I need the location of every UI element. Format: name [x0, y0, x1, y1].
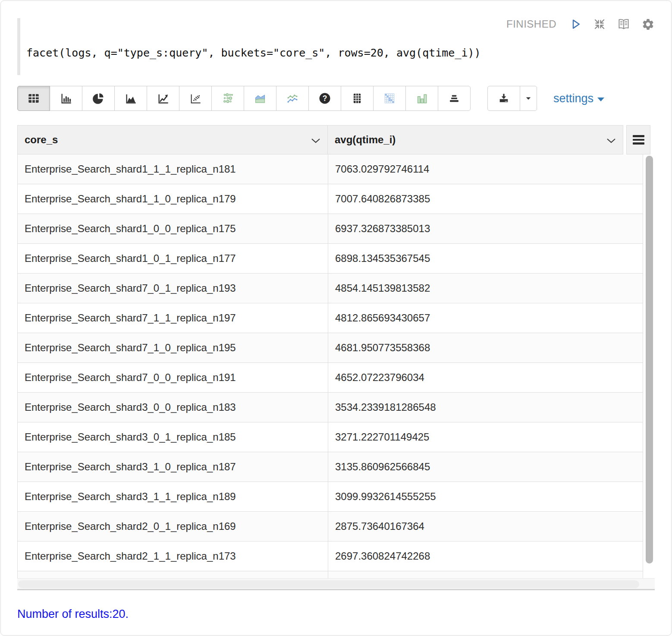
area-chart-icon — [124, 92, 137, 104]
table-row: Enterprise_Search_shard3_0_1_replica_n18… — [18, 422, 643, 452]
run-icon[interactable] — [568, 17, 582, 31]
cell-avg-qtime: 4652.07223796034 — [328, 363, 643, 392]
hamburger-menu-icon — [633, 135, 644, 145]
multi-line-chart-icon — [286, 92, 299, 104]
download-options-button[interactable] — [520, 86, 537, 111]
table-row: Enterprise_Search_shard3_1_1_replica_n18… — [18, 482, 643, 512]
results-count: Number of results:20. — [17, 608, 129, 621]
download-split-button — [488, 86, 537, 111]
table-row: Enterprise_Search_shard3_1_0_replica_n18… — [18, 452, 643, 482]
result-table: core_s avg(qtime_i) Enterprise_Search_sh… — [17, 125, 655, 590]
column-header-avg-qtime[interactable]: avg(qtime_i) — [327, 125, 623, 154]
gear-icon[interactable] — [641, 17, 655, 31]
table-row: Enterprise_Search_shard7_1_1_replica_n19… — [18, 303, 643, 333]
cell-avg-qtime: 3135.860962566845 — [328, 452, 643, 482]
bar-chart-icon — [60, 92, 72, 104]
cell-avg-qtime: 3534.2339181286548 — [328, 393, 643, 422]
chart-type-pie-button[interactable] — [82, 86, 115, 111]
book-icon[interactable] — [617, 17, 631, 31]
chevron-down-icon[interactable] — [606, 134, 616, 146]
chart-type-column-button[interactable] — [405, 86, 438, 111]
cell-core-s — [18, 571, 328, 578]
paragraph-controls: FINISHED — [506, 17, 655, 31]
chart-type-bar-button[interactable] — [50, 86, 82, 111]
table-row: Enterprise_Search_shard7_0_1_replica_n19… — [18, 274, 643, 303]
column-header-label: avg(qtime_i) — [335, 134, 396, 146]
editor-gutter — [17, 18, 20, 75]
table-row: Enterprise_Search_shard3_0_0_replica_n18… — [18, 393, 643, 422]
chart-type-heatmap-button[interactable] — [373, 86, 406, 111]
cell-core-s: Enterprise_Search_shard3_1_0_replica_n18… — [18, 452, 328, 482]
horizontal-scrollbar-track — [17, 578, 655, 590]
cell-avg-qtime: 3271.222701149425 — [328, 422, 643, 452]
caret-down-icon — [524, 94, 532, 102]
settings-label: settings — [553, 92, 593, 105]
cell-core-s: Enterprise_Search_shard7_0_0_replica_n19… — [18, 363, 328, 392]
column-header-core-s[interactable]: core_s — [17, 125, 328, 154]
chart-type-line-button[interactable] — [147, 86, 179, 111]
heatmap-icon — [383, 92, 396, 105]
vertical-scrollbar[interactable] — [646, 156, 653, 564]
cell-avg-qtime: 6937.326873385013 — [328, 214, 643, 243]
settings-button[interactable]: settings — [553, 92, 604, 105]
pie-chart-icon — [92, 92, 105, 104]
cell-avg-qtime: 4854.145139813582 — [328, 274, 643, 303]
table-body: Enterprise_Search_shard1_1_1_replica_n18… — [18, 154, 643, 578]
chart-type-group: ? — [17, 86, 471, 111]
download-icon — [498, 92, 510, 104]
visualization-toolbar: ? — [17, 86, 604, 111]
status-badge: FINISHED — [506, 18, 556, 30]
chart-type-horizontal-bars-button[interactable] — [438, 86, 471, 111]
cell-avg-qtime: 3099.9932614555255 — [328, 482, 643, 511]
horizontal-scrollbar[interactable] — [18, 580, 639, 588]
column-header-label: core_s — [25, 134, 58, 146]
table-body-viewport: Enterprise_Search_shard1_1_1_replica_n18… — [17, 154, 655, 578]
settings-caret-icon — [597, 98, 604, 101]
cell-avg-qtime: 6898.134535367545 — [328, 244, 643, 273]
svg-text:?: ? — [323, 94, 327, 103]
cell-core-s: Enterprise_Search_shard3_0_1_replica_n18… — [18, 422, 328, 452]
chart-type-pivot-grid-button[interactable] — [341, 86, 374, 111]
cell-core-s: Enterprise_Search_shard2_1_1_replica_n17… — [18, 542, 328, 571]
cell-avg-qtime: 7007.640826873385 — [328, 184, 643, 214]
cell-core-s: Enterprise_Search_shard7_0_1_replica_n19… — [18, 274, 328, 303]
cell-avg-qtime: 4681.950773558368 — [328, 333, 643, 362]
cell-avg-qtime: 7063.029792746114 — [328, 154, 643, 184]
compress-icon[interactable] — [593, 17, 606, 31]
horizontal-bars-icon — [448, 92, 461, 104]
table-row: Enterprise_Search_shard7_1_0_replica_n19… — [18, 333, 643, 363]
table-row: Enterprise_Search_shard1_1_0_replica_n17… — [18, 184, 643, 214]
cell-core-s: Enterprise_Search_shard1_0_1_replica_n17… — [18, 244, 328, 273]
table-icon — [27, 92, 40, 104]
cell-core-s: Enterprise_Search_shard1_1_0_replica_n17… — [18, 184, 328, 214]
chart-type-table-button[interactable] — [17, 86, 50, 111]
table-row: Enterprise_Search_shard1_0_1_replica_n17… — [18, 244, 643, 274]
cell-core-s: Enterprise_Search_shard7_1_1_replica_n19… — [18, 303, 328, 333]
cell-avg-qtime — [328, 571, 643, 578]
cell-avg-qtime: 2697.360824742268 — [328, 542, 643, 571]
column-chart-icon — [415, 92, 428, 105]
table-menu-button[interactable] — [626, 125, 650, 154]
table-row: Enterprise_Search_shard7_0_0_replica_n19… — [18, 363, 643, 393]
cell-core-s: Enterprise_Search_shard2_0_1_replica_n16… — [18, 512, 328, 541]
chart-type-stacked-area-button[interactable] — [244, 86, 276, 111]
chart-type-area-button[interactable] — [114, 86, 147, 111]
cell-avg-qtime: 4812.865693430657 — [328, 303, 643, 333]
cell-core-s: Enterprise_Search_shard1_1_1_replica_n18… — [18, 154, 328, 184]
stacked-area-chart-icon — [253, 92, 267, 104]
bubble-chart-icon — [221, 92, 234, 104]
table-row: Enterprise_Search_shard1_0_0_replica_n17… — [18, 214, 643, 244]
chevron-down-icon[interactable] — [311, 134, 320, 146]
code-editor[interactable]: facet(logs, q="type_s:query", buckets="c… — [26, 47, 481, 59]
download-button[interactable] — [487, 86, 520, 111]
line-chart-icon — [157, 92, 170, 104]
cell-core-s: Enterprise_Search_shard3_0_0_replica_n18… — [18, 393, 328, 422]
chart-type-help-button[interactable]: ? — [308, 86, 341, 111]
chart-type-scatter-button[interactable] — [179, 86, 212, 111]
table-row: Enterprise_Search_shard2_1_1_replica_n17… — [18, 542, 643, 571]
cell-core-s: Enterprise_Search_shard3_1_1_replica_n18… — [18, 482, 328, 511]
cell-avg-qtime: 2875.73640167364 — [328, 512, 643, 541]
table-row: Enterprise_Search_shard2_0_1_replica_n16… — [18, 512, 643, 542]
chart-type-bubble-button[interactable] — [211, 86, 244, 111]
chart-type-multi-line-button[interactable] — [276, 86, 309, 111]
